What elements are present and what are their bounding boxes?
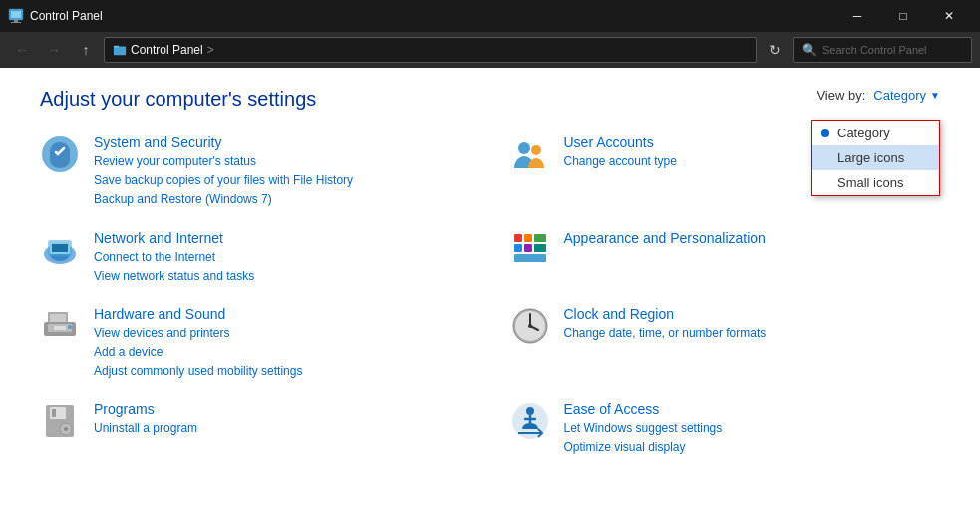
svg-rect-4 [114,47,126,56]
svg-rect-20 [514,254,546,262]
programs-text: Programs Uninstall a program [94,401,471,438]
dropdown-item-large-icons[interactable]: Large icons [812,145,939,170]
user-accounts-icon [510,134,550,174]
ease-access-text: Ease of Access Let Windows suggest setti… [564,401,941,457]
address-separator: > [207,43,214,57]
viewby-dropdown[interactable]: Category ▼ [873,88,940,103]
ease-access-icon [510,401,550,441]
clock-text: Clock and Region Change date, time, or n… [564,306,941,343]
window-controls: ─ □ ✕ [834,0,972,32]
svg-rect-16 [534,234,546,242]
dropdown-category-label: Category [837,126,890,140]
dropdown-small-icons-label: Small icons [837,175,903,190]
hardware-text: Hardware and Sound View devices and prin… [94,306,471,382]
network-link[interactable]: Network and Internet [94,230,471,246]
titlebar: Control Panel ─ □ ✕ [0,0,980,32]
svg-rect-15 [524,234,532,242]
svg-rect-3 [11,22,21,23]
categories-grid: System and Security Review your computer… [40,134,940,457]
radio-selected-icon [821,129,829,137]
app-icon [8,8,24,24]
svg-rect-1 [11,11,21,18]
system-security-link-2[interactable]: Save backup copies of your files with Fi… [94,171,471,190]
clock-icon [510,306,550,346]
close-button[interactable]: ✕ [926,0,972,32]
network-text: Network and Internet Connect to the Inte… [94,230,471,286]
category-programs: Programs Uninstall a program [40,401,471,457]
system-security-icon [40,134,80,174]
svg-rect-14 [514,234,522,242]
category-hardware: Hardware and Sound View devices and prin… [40,306,471,382]
viewby-menu: Category Large icons Small icons [811,120,940,196]
svg-point-8 [531,145,541,155]
category-ease-access: Ease of Access Let Windows suggest setti… [510,401,941,457]
programs-link[interactable]: Programs [94,401,471,417]
viewby-row: View by: Category ▼ [817,88,940,103]
main-content: Adjust your computer's settings View by:… [0,68,980,516]
network-link-1[interactable]: Connect to the Internet [94,248,471,267]
dropdown-item-category[interactable]: Category [812,121,939,145]
dropdown-arrow-icon: ▼ [930,90,940,101]
svg-point-39 [526,407,534,415]
refresh-button[interactable]: ↻ [761,36,789,64]
programs-icon [40,401,80,441]
clock-link[interactable]: Clock and Region [564,306,941,322]
dropdown-item-small-icons[interactable]: Small icons [812,170,939,195]
ease-access-link[interactable]: Ease of Access [564,401,941,417]
clock-link-1[interactable]: Change date, time, or number formats [564,324,941,343]
appearance-text: Appearance and Personalization [564,230,941,248]
category-network: Network and Internet Connect to the Inte… [40,230,471,286]
radio-empty-icon-2 [821,179,829,187]
svg-rect-26 [54,326,66,330]
svg-point-27 [68,325,72,329]
system-security-link-1[interactable]: Review your computer's status [94,152,471,171]
programs-link-1[interactable]: Uninstall a program [94,419,471,438]
ease-access-link-1[interactable]: Let Windows suggest settings [564,419,941,438]
forward-button[interactable]: → [40,36,68,64]
hardware-link-1[interactable]: View devices and printers [94,324,471,343]
system-security-link-3[interactable]: Backup and Restore (Windows 7) [94,190,471,209]
hardware-link[interactable]: Hardware and Sound [94,306,471,322]
svg-rect-17 [514,244,522,252]
hardware-link-3[interactable]: Adjust commonly used mobility settings [94,362,471,381]
addressbar: ← → ↑ Control Panel > ↻ 🔍 Search Control… [0,32,980,68]
search-icon: 🔍 [802,43,817,57]
svg-rect-35 [52,409,56,417]
viewby-label: View by: [817,88,865,103]
appearance-icon [510,230,550,270]
folder-icon [113,43,127,57]
svg-rect-13 [52,244,68,252]
network-icon [40,230,80,270]
dropdown-large-icons-label: Large icons [837,150,904,165]
search-placeholder: Search Control Panel [822,44,927,56]
svg-rect-5 [114,46,119,48]
category-clock: Clock and Region Change date, time, or n… [510,306,941,382]
category-system-security: System and Security Review your computer… [40,134,471,210]
minimize-button[interactable]: ─ [834,0,880,32]
address-bar[interactable]: Control Panel > [104,37,757,63]
window-title: Control Panel [30,9,834,23]
radio-empty-icon [821,154,829,162]
address-path-root: Control Panel [131,43,203,57]
ease-access-link-2[interactable]: Optimize visual display [564,438,941,457]
svg-point-32 [528,324,532,328]
system-security-link[interactable]: System and Security [94,134,471,150]
system-security-text: System and Security Review your computer… [94,134,471,210]
svg-rect-19 [534,244,546,252]
svg-point-37 [64,427,68,431]
svg-rect-2 [14,20,18,22]
hardware-icon [40,306,80,346]
network-link-2[interactable]: View network status and tasks [94,267,471,286]
appearance-link[interactable]: Appearance and Personalization [564,230,941,246]
search-box[interactable]: 🔍 Search Control Panel [793,37,972,63]
up-button[interactable]: ↑ [72,36,100,64]
svg-rect-18 [524,244,532,252]
category-appearance: Appearance and Personalization [510,230,941,286]
hardware-link-2[interactable]: Add a device [94,343,471,362]
back-button[interactable]: ← [8,36,36,64]
page-title: Adjust your computer's settings [40,88,940,111]
viewby-current: Category [873,88,926,103]
svg-point-7 [518,142,530,154]
maximize-button[interactable]: □ [880,0,926,32]
